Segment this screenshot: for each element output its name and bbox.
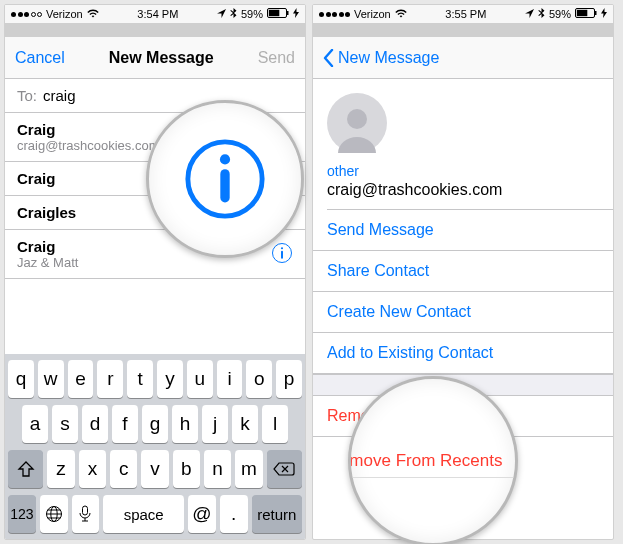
signal-dots-icon: [319, 12, 350, 17]
clock-label: 3:55 PM: [445, 8, 486, 20]
key-w[interactable]: w: [38, 360, 64, 398]
callout-circle-info-icon: [146, 100, 304, 258]
key-r[interactable]: r: [97, 360, 123, 398]
svg-point-12: [347, 109, 367, 129]
clock-label: 3:54 PM: [137, 8, 178, 20]
key-s[interactable]: s: [52, 405, 78, 443]
signal-dots-icon: [11, 12, 42, 17]
key-m[interactable]: m: [235, 450, 262, 488]
callout-circle-remove-from-recents: Remove From Recents: [348, 376, 518, 544]
add-to-existing-contact-button[interactable]: Add to Existing Contact: [313, 333, 613, 374]
create-new-contact-button[interactable]: Create New Contact: [313, 292, 613, 333]
key-123[interactable]: 123: [8, 495, 36, 533]
send-message-button[interactable]: Send Message: [313, 210, 613, 251]
modal-backdrop-strip: [313, 23, 613, 37]
battery-icon: [267, 8, 289, 20]
key-v[interactable]: v: [141, 450, 168, 488]
other-label: other: [327, 163, 599, 179]
battery-icon: [575, 8, 597, 20]
key-d[interactable]: d: [82, 405, 108, 443]
nav-bar: Cancel New Message Send: [5, 37, 305, 79]
to-label: To:: [17, 87, 37, 104]
key-x[interactable]: x: [79, 450, 106, 488]
key-dot[interactable]: .: [220, 495, 248, 533]
key-z[interactable]: z: [47, 450, 74, 488]
to-input[interactable]: craig: [43, 87, 76, 104]
svg-rect-2: [287, 11, 289, 15]
key-e[interactable]: e: [68, 360, 94, 398]
wifi-icon: [395, 8, 407, 20]
charging-icon: [601, 8, 607, 20]
share-contact-button[interactable]: Share Contact: [313, 251, 613, 292]
svg-rect-10: [577, 10, 588, 16]
key-h[interactable]: h: [172, 405, 198, 443]
location-icon: [525, 8, 534, 20]
suggestion-name: Craigles: [17, 204, 76, 221]
key-k[interactable]: k: [232, 405, 258, 443]
key-q[interactable]: q: [8, 360, 34, 398]
bluetooth-icon: [230, 8, 237, 21]
status-bar: Verizon 3:54 PM 59%: [5, 5, 305, 23]
key-shift[interactable]: [8, 450, 43, 488]
suggestion-sub: craig@trashcookies.com: [17, 138, 160, 153]
contact-other-section[interactable]: other craig@trashcookies.com: [313, 153, 613, 201]
info-icon: [182, 136, 268, 222]
send-button[interactable]: Send: [258, 49, 295, 67]
svg-rect-5: [281, 250, 283, 258]
location-icon: [217, 8, 226, 20]
key-c[interactable]: c: [110, 450, 137, 488]
person-silhouette-icon: [334, 103, 380, 153]
nav-title: New Message: [109, 49, 214, 67]
carrier-label: Verizon: [46, 8, 83, 20]
key-l[interactable]: l: [262, 405, 288, 443]
avatar: [327, 93, 387, 153]
key-g[interactable]: g: [142, 405, 168, 443]
bluetooth-icon: [538, 8, 545, 21]
wifi-icon: [87, 8, 99, 20]
key-dictation[interactable]: [72, 495, 100, 533]
status-bar: Verizon 3:55 PM 59%: [313, 5, 613, 23]
key-n[interactable]: n: [204, 450, 231, 488]
phone-left-new-message: Verizon 3:54 PM 59% Cancel New Message S…: [4, 4, 306, 540]
modal-backdrop-strip: [5, 23, 305, 37]
callout-remove-label: Remove From Recents: [348, 445, 518, 478]
suggestion-sub: Jaz & Matt: [17, 255, 78, 270]
key-backspace[interactable]: [267, 450, 302, 488]
key-y[interactable]: y: [157, 360, 183, 398]
suggestion-name: Craig: [17, 170, 55, 187]
back-button[interactable]: New Message: [323, 49, 439, 67]
svg-rect-15: [220, 169, 229, 202]
key-return[interactable]: return: [252, 495, 302, 533]
nav-bar: New Message: [313, 37, 613, 79]
key-j[interactable]: j: [202, 405, 228, 443]
battery-percent: 59%: [549, 8, 571, 20]
svg-rect-1: [269, 10, 280, 16]
svg-point-14: [220, 154, 230, 164]
key-at[interactable]: @: [188, 495, 216, 533]
keyboard: q w e r t y u i o p a s d f g h j k l: [5, 354, 305, 539]
key-globe[interactable]: [40, 495, 68, 533]
key-o[interactable]: o: [246, 360, 272, 398]
svg-point-4: [281, 247, 283, 249]
charging-icon: [293, 8, 299, 20]
contact-email: craig@trashcookies.com: [327, 181, 599, 199]
cancel-button[interactable]: Cancel: [15, 49, 65, 67]
battery-percent: 59%: [241, 8, 263, 20]
carrier-label: Verizon: [354, 8, 391, 20]
svg-rect-11: [595, 11, 597, 15]
svg-rect-8: [83, 506, 88, 515]
suggestion-name: Craig: [17, 121, 160, 138]
key-p[interactable]: p: [276, 360, 302, 398]
key-i[interactable]: i: [217, 360, 243, 398]
chevron-left-icon: [323, 49, 334, 67]
back-label: New Message: [338, 49, 439, 67]
suggestion-name: Craig: [17, 238, 78, 255]
key-b[interactable]: b: [173, 450, 200, 488]
key-t[interactable]: t: [127, 360, 153, 398]
info-icon[interactable]: [271, 242, 293, 267]
key-u[interactable]: u: [187, 360, 213, 398]
key-a[interactable]: a: [22, 405, 48, 443]
key-f[interactable]: f: [112, 405, 138, 443]
key-space[interactable]: space: [103, 495, 184, 533]
